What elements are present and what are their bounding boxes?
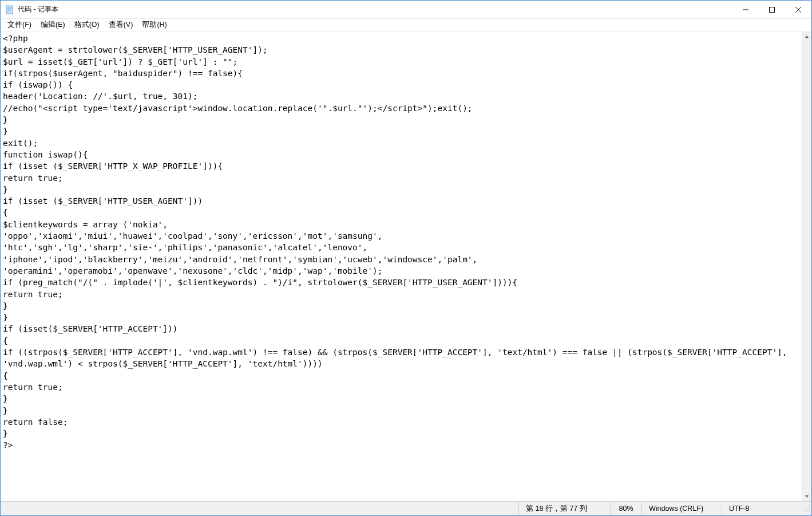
status-zoom: 80% [610, 502, 641, 515]
svg-point-9 [809, 506, 810, 507]
svg-point-11 [809, 508, 810, 509]
content-area: <?php $userAgent = strtolower($_SERVER['… [1, 31, 811, 501]
menu-file[interactable]: 文件(F) [3, 19, 36, 31]
svg-point-10 [806, 508, 807, 509]
notepad-window: 代码 - 记事本 文件(F) 编辑(E) 格式(O) 查看(V) 帮助(H) <… [0, 0, 812, 516]
menu-help[interactable]: 帮助(H) [137, 19, 171, 31]
window-title: 代码 - 记事本 [18, 5, 732, 14]
svg-point-14 [809, 510, 810, 511]
menu-edit[interactable]: 编辑(E) [36, 19, 70, 31]
svg-point-12 [804, 510, 805, 511]
status-lineending: Windows (CRLF) [641, 502, 722, 515]
scroll-up-arrow[interactable] [802, 31, 811, 41]
titlebar: 代码 - 记事本 [1, 1, 811, 19]
vertical-scrollbar[interactable] [802, 31, 811, 501]
close-button[interactable] [785, 1, 811, 18]
svg-rect-6 [770, 7, 775, 12]
scroll-down-arrow[interactable] [802, 491, 811, 501]
maximize-button[interactable] [759, 1, 785, 18]
window-controls [732, 1, 811, 18]
status-encoding: UTF-8 [722, 502, 802, 515]
svg-point-13 [806, 510, 807, 511]
minimize-button[interactable] [732, 1, 759, 18]
menu-format[interactable]: 格式(O) [70, 19, 104, 31]
statusbar: 第 18 行，第 77 列 80% Windows (CRLF) UTF-8 [1, 501, 811, 515]
text-editor[interactable]: <?php $userAgent = strtolower($_SERVER['… [1, 31, 802, 501]
menu-view[interactable]: 查看(V) [104, 19, 138, 31]
menubar: 文件(F) 编辑(E) 格式(O) 查看(V) 帮助(H) [1, 19, 811, 31]
resize-grip[interactable] [802, 504, 811, 513]
notepad-icon [5, 5, 14, 14]
scrollbar-track[interactable] [802, 41, 811, 491]
status-position: 第 18 行，第 77 列 [518, 502, 610, 515]
